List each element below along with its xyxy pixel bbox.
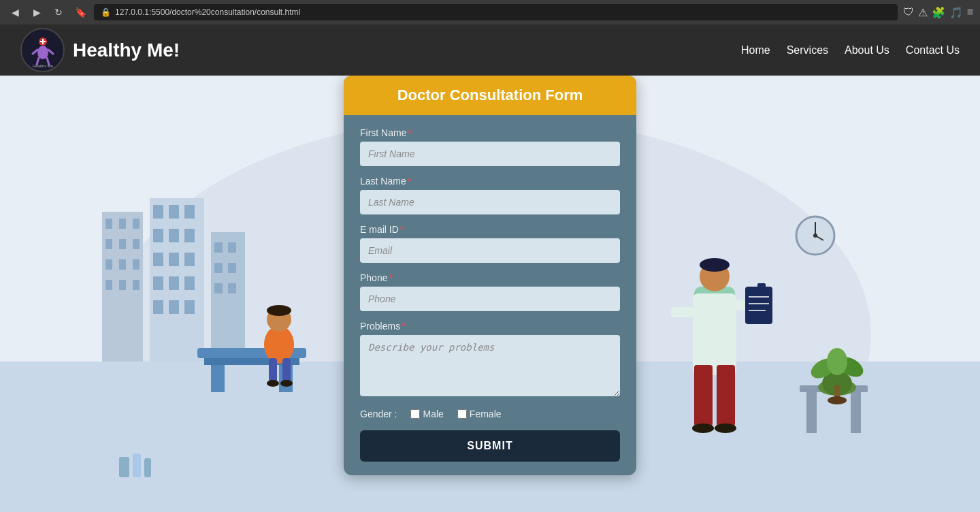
gender-female-option[interactable]: Female [457,409,502,419]
first-name-input[interactable] [360,142,620,166]
svg-rect-71 [717,365,735,426]
email-input[interactable] [360,238,620,263]
svg-rect-37 [153,300,163,314]
svg-point-54 [267,305,291,316]
nav-contact[interactable]: Contact Us [906,44,960,57]
app-title: Healthy Me! [73,39,180,61]
gender-row: Gender : Male Female [360,409,620,419]
svg-rect-88 [119,457,129,477]
svg-point-83 [828,396,847,404]
last-name-label: Last Name* [360,176,620,187]
nav-home[interactable]: Home [741,44,770,57]
gender-label: Gender : [360,409,397,419]
svg-rect-27 [184,205,195,219]
brave-shield-icon[interactable]: 🛡 [903,6,914,18]
email-group: E mail ID* [360,224,620,263]
svg-text:Healthy Me: Healthy Me [32,64,53,67]
svg-line-4 [33,50,37,54]
svg-rect-16 [119,239,126,249]
svg-rect-50 [211,365,225,392]
back-button[interactable]: ◀ [7,4,23,20]
problems-label: Problems* [360,321,620,332]
svg-rect-34 [153,276,163,290]
address-bar[interactable]: 🔒 127.0.0.1:5500/doctor%20consultation/c… [94,4,898,20]
svg-rect-20 [133,259,140,270]
submit-button[interactable]: SUBMIT [360,430,620,462]
svg-rect-45 [214,283,223,293]
problems-textarea[interactable] [360,335,620,396]
gender-female-label: Female [470,409,502,419]
problems-group: Problems* [360,321,620,399]
media-icon[interactable]: 🎵 [949,6,963,19]
svg-rect-89 [133,453,141,477]
svg-rect-56 [282,358,291,382]
svg-point-62 [700,258,730,272]
svg-point-81 [827,348,847,375]
nav-about[interactable]: About Us [845,44,889,57]
svg-rect-17 [133,239,140,249]
svg-point-73 [715,423,736,433]
consultation-form-container: Doctor Consultation Form First Name* Las… [344,76,636,475]
svg-rect-18 [105,259,112,270]
svg-rect-12 [105,219,112,229]
svg-rect-19 [119,259,126,270]
svg-rect-28 [153,229,163,242]
warning-icon: ⚠ [918,6,928,19]
svg-rect-70 [694,365,713,426]
extensions-icon[interactable]: 🧩 [932,6,945,19]
svg-rect-39 [184,300,195,314]
svg-rect-22 [119,280,126,290]
bookmark-button[interactable]: 🔖 [72,4,88,20]
last-name-input[interactable] [360,190,620,214]
logo-area: Healthy Me Healthy Me! [20,28,180,72]
reload-button[interactable]: ↻ [50,4,67,20]
svg-rect-76 [851,392,861,433]
svg-rect-23 [133,280,140,290]
gender-female-checkbox[interactable] [457,409,467,419]
logo-svg: Healthy Me [26,33,60,67]
browser-chrome: ◀ ▶ ↻ 🔖 🔒 127.0.0.1:5500/doctor%20consul… [0,0,980,25]
svg-rect-41 [214,242,223,253]
forward-button[interactable]: ▶ [29,4,45,20]
email-label: E mail ID* [360,224,620,235]
security-icon: 🔒 [101,7,111,17]
svg-point-87 [813,234,817,238]
page-content: Doctor Consultation Form First Name* Las… [0,76,980,512]
svg-rect-21 [105,280,112,290]
main-nav: Home Services About Us Contact Us [741,44,960,57]
form-header: Doctor Consultation Form [344,76,636,115]
svg-rect-63 [670,307,694,317]
app-header: Healthy Me Healthy Me! Home Services Abo… [0,25,980,76]
gender-male-checkbox[interactable] [410,409,420,419]
svg-rect-38 [169,300,179,314]
svg-rect-32 [169,253,179,266]
logo-circle: Healthy Me [20,28,65,72]
svg-point-58 [280,380,293,387]
svg-rect-36 [184,276,195,290]
gender-male-option[interactable]: Male [410,409,443,419]
svg-rect-30 [184,229,195,242]
phone-input[interactable] [360,287,620,311]
browser-right-controls: 🛡 ⚠ 🧩 🎵 ≡ [903,6,973,19]
first-name-group: First Name* [360,127,620,166]
svg-rect-43 [214,263,223,273]
first-name-label: First Name* [360,127,620,138]
form-body: First Name* Last Name* E mail ID* [344,115,636,475]
url-text: 127.0.0.1:5500/doctor%20consultation/con… [115,7,300,17]
last-name-group: Last Name* [360,176,620,214]
phone-label: Phone* [360,272,620,283]
svg-rect-13 [119,219,126,229]
phone-group: Phone* [360,272,620,311]
svg-rect-55 [269,358,277,382]
svg-rect-25 [153,205,163,219]
svg-rect-29 [169,229,179,242]
svg-rect-31 [153,253,163,266]
nav-services[interactable]: Services [787,44,828,57]
svg-rect-65 [745,287,772,324]
form-title: Doctor Consultation Form [357,86,623,104]
svg-rect-42 [228,242,236,253]
svg-rect-66 [757,283,766,290]
svg-point-72 [692,423,714,433]
menu-icon[interactable]: ≡ [967,6,973,18]
svg-line-5 [48,50,53,54]
